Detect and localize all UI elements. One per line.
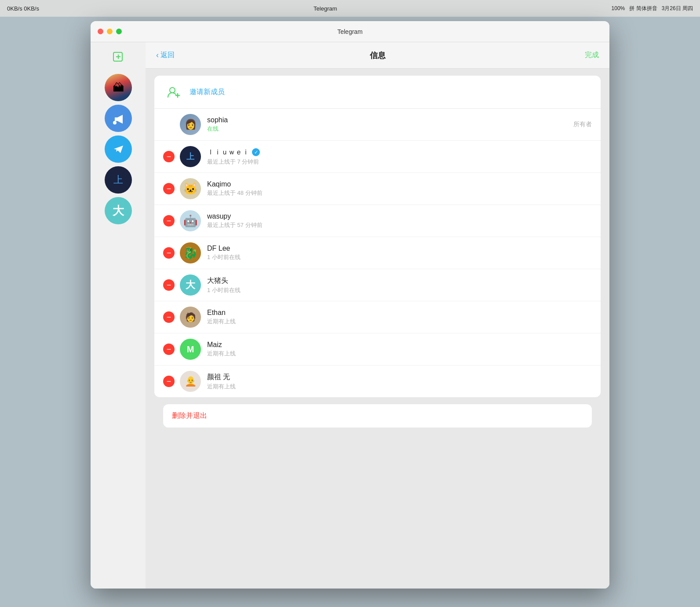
remove-button-dflee[interactable]: −	[163, 247, 175, 259]
svg-point-3	[113, 121, 117, 124]
member-info-kaqimo: Kaqimo 最近上线于 48 分钟前	[207, 180, 592, 197]
compose-button[interactable]	[109, 48, 128, 67]
maximize-button[interactable]	[116, 29, 122, 34]
avatar-liuwei: 上	[180, 146, 201, 167]
member-name-sophia: sophia	[207, 116, 592, 124]
member-row-wasupy: − 🤖 wasupy 最近上线于 57 分钟前	[154, 205, 601, 237]
avatar-dazhu: 大	[180, 274, 201, 296]
svg-point-5	[170, 88, 175, 93]
member-status-wasupy: 最近上线于 57 分钟前	[207, 221, 592, 229]
menubar-right: 100% 拼 简体拼音 3月26日 周四	[612, 5, 693, 12]
member-name-dflee: DF Lee	[207, 245, 592, 252]
menubar-app-name: Telegram	[314, 5, 337, 12]
app-window: Telegram 🏔	[91, 21, 609, 589]
page-title: 信息	[370, 50, 386, 61]
delete-card: 删除并退出	[163, 404, 592, 428]
sidebar-item-user-dark[interactable]: 上	[105, 166, 132, 194]
avatar-dflee: 🐉	[180, 242, 201, 263]
back-label: 返回	[160, 51, 175, 60]
avatar-ethan: 🧑	[180, 307, 201, 328]
member-row-sophia: 👩 sophia 在线 所有者	[154, 109, 601, 141]
remove-button-liuwei[interactable]: −	[163, 151, 175, 162]
header: ‹ 返回 信息 完成	[146, 42, 609, 69]
member-row-liuwei: − 上 ｌｉｕｗｅｉ ✓ 最近上线于 7 分钟前	[154, 141, 601, 173]
remove-button-dazhu[interactable]: −	[163, 279, 175, 291]
member-status-dazhu: 1 小时前在线	[207, 286, 592, 294]
member-row-kaqimo: − 🐱 Kaqimo 最近上线于 48 分钟前	[154, 173, 601, 205]
member-status-kaqimo: 最近上线于 48 分钟前	[207, 189, 592, 197]
window-title: Telegram	[337, 28, 363, 35]
remove-button-ethan[interactable]: −	[163, 311, 175, 323]
app-body: 🏔 上 大	[91, 42, 609, 589]
member-row-yanzu: − 🧑‍🦲 颜祖 无 近期有上线	[154, 366, 601, 397]
avatar-kaqimo: 🐱	[180, 178, 201, 199]
invite-row[interactable]: 邀请新成员	[154, 76, 601, 109]
member-info-dflee: DF Lee 1 小时前在线	[207, 245, 592, 261]
window-controls	[98, 29, 122, 34]
member-status-yanzu: 近期有上线	[207, 383, 592, 391]
remove-button-wasupy[interactable]: −	[163, 215, 175, 227]
menubar-left: 0KB/s 0KB/s	[7, 5, 39, 12]
back-button[interactable]: ‹ 返回	[156, 51, 175, 60]
sidebar: 🏔 上 大	[91, 42, 146, 589]
remove-button-kaqimo[interactable]: −	[163, 183, 175, 194]
done-button[interactable]: 完成	[585, 51, 599, 60]
avatar-yanzu: 🧑‍🦲	[180, 371, 201, 392]
sidebar-item-channels[interactable]	[105, 105, 132, 132]
menubar-date: 3月26日 周四	[662, 5, 693, 12]
minimize-button[interactable]	[107, 29, 113, 34]
member-row-dazhu: − 大 大猪头 1 小时前在线	[154, 269, 601, 301]
members-card: 邀请新成员 👩 sophia 在线 所有者	[154, 76, 601, 397]
member-row-ethan: − 🧑 Ethan 近期有上线	[154, 301, 601, 333]
member-status-maiz: 近期有上线	[207, 350, 592, 358]
members-container: 邀请新成员 👩 sophia 在线 所有者	[146, 69, 609, 589]
verified-icon-liuwei: ✓	[252, 148, 260, 156]
delete-leave-button[interactable]: 删除并退出	[163, 404, 592, 428]
member-name-dazhu: 大猪头	[207, 276, 592, 285]
member-row-maiz: − M Maiz 近期有上线	[154, 333, 601, 366]
member-name-wasupy: wasupy	[207, 212, 592, 220]
titlebar: Telegram	[91, 21, 609, 42]
member-role-sophia: 所有者	[573, 121, 592, 128]
member-info-maiz: Maiz 近期有上线	[207, 341, 592, 358]
member-info-wasupy: wasupy 最近上线于 57 分钟前	[207, 212, 592, 229]
menubar-input: 拼 简体拼音	[629, 5, 657, 12]
member-info-liuwei: ｌｉｕｗｅｉ ✓ 最近上线于 7 分钟前	[207, 148, 592, 166]
remove-button-yanzu[interactable]: −	[163, 376, 175, 387]
member-name-kaqimo: Kaqimo	[207, 180, 592, 188]
member-name-liuwei: ｌｉｕｗｅｉ ✓	[207, 148, 592, 157]
back-chevron: ‹	[156, 51, 159, 60]
menubar-battery: 100%	[612, 5, 625, 11]
avatar-maiz: M	[180, 339, 201, 360]
member-info-dazhu: 大猪头 1 小时前在线	[207, 276, 592, 294]
member-status-dflee: 1 小时前在线	[207, 253, 592, 261]
avatar-sophia: 👩	[180, 114, 201, 135]
invite-label: 邀请新成员	[190, 88, 225, 97]
member-info-ethan: Ethan 近期有上线	[207, 309, 592, 325]
member-row-dflee: − 🐉 DF Lee 1 小时前在线	[154, 237, 601, 269]
member-info-yanzu: 颜祖 无 近期有上线	[207, 373, 592, 391]
sidebar-item-group-avatar[interactable]: 🏔	[105, 74, 132, 101]
invite-icon	[163, 82, 183, 102]
member-info-sophia: sophia 在线	[207, 116, 592, 133]
close-button[interactable]	[98, 29, 103, 34]
avatar-wasupy: 🤖	[180, 210, 201, 231]
remove-button-maiz[interactable]: −	[163, 344, 175, 355]
member-status-sophia: 在线	[207, 125, 592, 133]
member-status-ethan: 近期有上线	[207, 318, 592, 325]
menubar-network: 0KB/s 0KB/s	[7, 5, 39, 12]
sidebar-item-user-teal[interactable]: 大	[105, 197, 132, 224]
main-content: ‹ 返回 信息 完成	[146, 42, 609, 589]
member-name-maiz: Maiz	[207, 341, 592, 349]
member-name-yanzu: 颜祖 无	[207, 373, 592, 382]
sidebar-item-telegram[interactable]	[105, 135, 132, 163]
menubar: 0KB/s 0KB/s Telegram 100% 拼 简体拼音 3月26日 周…	[0, 0, 700, 17]
member-status-liuwei: 最近上线于 7 分钟前	[207, 158, 592, 166]
member-name-ethan: Ethan	[207, 309, 592, 317]
